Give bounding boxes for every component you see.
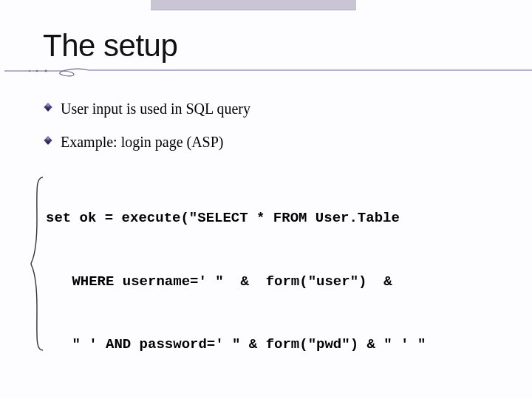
diamond-icon (43, 135, 53, 146)
code-block-1: set ok = execute("SELECT * FROM User.Tab… (46, 166, 495, 399)
slide-body: The setup User input is used in SQL quer… (0, 0, 532, 399)
page-title: The setup (43, 28, 495, 64)
svg-point-1 (36, 70, 38, 72)
bullet-text: Example: login page (ASP) (61, 134, 224, 150)
svg-point-2 (29, 70, 30, 72)
diamond-icon (43, 102, 53, 112)
bullet-list: User input is used in SQL query Example:… (43, 99, 495, 152)
bullet-item: User input is used in SQL query (43, 99, 495, 119)
header-texture (151, 0, 356, 10)
title-area: The setup (43, 18, 495, 77)
code-line: WHERE username=' " & form("user") & (46, 271, 495, 293)
svg-point-0 (45, 70, 47, 72)
code-line: set ok = execute("SELECT * FROM User.Tab… (46, 208, 495, 229)
bullet-item: Example: login page (ASP) (43, 132, 495, 152)
code-line: " ' AND password=' " & form("pwd") & " '… (46, 334, 495, 355)
bullet-text: User input is used in SQL query (61, 100, 250, 117)
